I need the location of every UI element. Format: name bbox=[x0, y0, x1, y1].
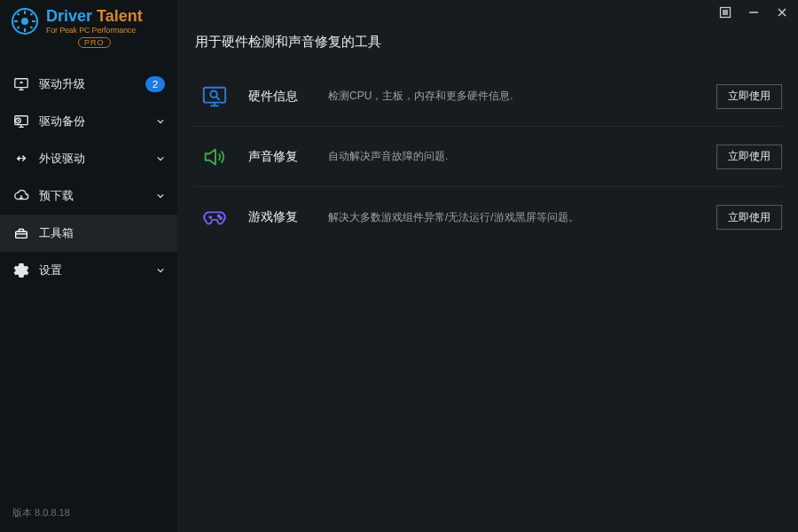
svg-point-17 bbox=[218, 215, 220, 216]
monitor-search-icon bbox=[199, 81, 231, 113]
cloud-download-icon bbox=[12, 187, 30, 205]
sidebar-item-label: 工具箱 bbox=[39, 225, 165, 241]
tool-desc: 检测CPU，主板，内存和更多硬件信息. bbox=[328, 89, 716, 104]
sidebar-item-driver-backup[interactable]: 驱动备份 bbox=[0, 103, 177, 140]
use-now-button[interactable]: 立即使用 bbox=[716, 205, 782, 230]
logo-subtitle: For Peak PC Performance bbox=[46, 26, 143, 35]
tool-row-sound-repair: 声音修复 自动解决声音故障的问题. 立即使用 bbox=[193, 127, 782, 187]
use-now-button[interactable]: 立即使用 bbox=[716, 84, 782, 109]
svg-rect-13 bbox=[16, 231, 27, 238]
logo-text: Driver Talent For Peak PC Performance PR… bbox=[46, 7, 143, 48]
sidebar-item-peripheral-drivers[interactable]: 外设驱动 bbox=[0, 140, 177, 177]
sidebar-item-label: 驱动升级 bbox=[39, 76, 145, 92]
chevron-down-icon bbox=[156, 154, 165, 163]
svg-rect-15 bbox=[204, 87, 225, 102]
app-window: Driver Talent For Peak PC Performance PR… bbox=[0, 0, 798, 532]
clock-monitor-icon bbox=[12, 113, 30, 130]
svg-rect-4 bbox=[14, 20, 18, 22]
sidebar: Driver Talent For Peak PC Performance PR… bbox=[0, 0, 177, 532]
tool-desc: 自动解决声音故障的问题. bbox=[328, 149, 716, 164]
sidebar-item-label: 设置 bbox=[39, 262, 149, 278]
use-now-button[interactable]: 立即使用 bbox=[716, 145, 782, 169]
close-button[interactable] bbox=[775, 5, 789, 20]
svg-rect-5 bbox=[32, 20, 35, 22]
sidebar-item-label: 驱动备份 bbox=[39, 113, 149, 129]
svg-point-1 bbox=[21, 18, 28, 25]
chevron-down-icon bbox=[156, 192, 165, 200]
tool-row-game-repair: 游戏修复 解决大多数游戏组件异常/无法运行/游戏黑屏等问题。 立即使用 bbox=[193, 187, 782, 247]
logo-title: Driver Talent bbox=[46, 7, 143, 26]
sidebar-item-label: 预下载 bbox=[39, 188, 149, 204]
gear-icon bbox=[12, 262, 30, 279]
nav: 驱动升级 2 驱动备份 bbox=[0, 66, 177, 289]
svg-rect-8 bbox=[30, 12, 34, 16]
tool-name: 硬件信息 bbox=[248, 89, 328, 105]
tool-name: 游戏修复 bbox=[248, 209, 328, 225]
svg-rect-3 bbox=[24, 28, 26, 32]
svg-rect-6 bbox=[17, 12, 20, 16]
monitor-up-icon bbox=[12, 75, 30, 93]
menu-icon[interactable] bbox=[718, 5, 732, 20]
svg-rect-2 bbox=[24, 11, 26, 14]
tool-row-hardware-info: 硬件信息 检测CPU，主板，内存和更多硬件信息. 立即使用 bbox=[193, 66, 782, 127]
sidebar-item-settings[interactable]: 设置 bbox=[0, 252, 177, 289]
minimize-button[interactable] bbox=[747, 5, 761, 20]
chevron-down-icon bbox=[156, 266, 165, 275]
svg-point-18 bbox=[220, 217, 222, 219]
tool-name: 声音修复 bbox=[248, 149, 328, 165]
svg-rect-9 bbox=[17, 26, 20, 29]
page-title: 用于硬件检测和声音修复的工具 bbox=[177, 25, 798, 66]
logo: Driver Talent For Peak PC Performance PR… bbox=[0, 0, 177, 60]
pro-badge: PRO bbox=[78, 37, 111, 48]
chevron-down-icon bbox=[156, 117, 165, 126]
version-label: 版本 8.0.8.18 bbox=[0, 497, 177, 532]
titlebar bbox=[177, 0, 798, 25]
sidebar-item-driver-upgrade[interactable]: 驱动升级 2 bbox=[0, 66, 177, 103]
main-panel: 用于硬件检测和声音修复的工具 硬件信息 检测CPU，主板，内存和更多硬件信息. … bbox=[177, 0, 798, 532]
speaker-icon bbox=[199, 141, 231, 173]
toolbox-icon bbox=[12, 224, 30, 242]
svg-point-16 bbox=[210, 90, 217, 98]
svg-rect-7 bbox=[30, 26, 34, 29]
gamepad-icon bbox=[199, 201, 231, 233]
logo-gear-icon bbox=[11, 7, 39, 35]
sidebar-item-toolbox[interactable]: 工具箱 bbox=[0, 215, 177, 252]
sidebar-item-predownload[interactable]: 预下载 bbox=[0, 177, 177, 215]
sidebar-item-label: 外设驱动 bbox=[39, 151, 149, 167]
usb-icon bbox=[12, 150, 30, 168]
badge: 2 bbox=[145, 76, 165, 92]
tool-desc: 解决大多数游戏组件异常/无法运行/游戏黑屏等问题。 bbox=[328, 210, 716, 225]
